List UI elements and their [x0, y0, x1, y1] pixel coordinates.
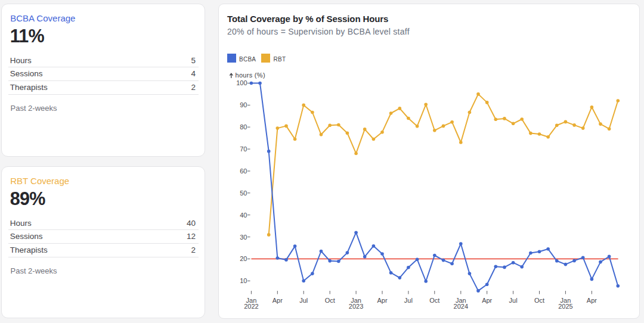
svg-text:Jul: Jul [299, 297, 308, 304]
svg-text:Apr: Apr [587, 297, 597, 304]
svg-text:Jul: Jul [404, 297, 413, 304]
svg-text:Apr: Apr [482, 297, 492, 304]
svg-text:Apr: Apr [273, 297, 283, 304]
svg-text:30: 30 [240, 234, 247, 241]
svg-text:Oct: Oct [325, 297, 335, 304]
svg-text:40: 40 [240, 212, 247, 219]
svg-text:60: 60 [240, 167, 247, 175]
svg-text:Jul: Jul [509, 297, 518, 304]
svg-text:2025: 2025 [558, 303, 572, 310]
svg-text:Oct: Oct [429, 297, 439, 304]
svg-text:Apr: Apr [377, 297, 387, 304]
svg-text:2022: 2022 [244, 303, 258, 310]
svg-text:20: 20 [240, 255, 247, 262]
svg-text:80: 80 [240, 123, 247, 131]
svg-text:90: 90 [240, 101, 247, 108]
svg-text:70: 70 [240, 145, 247, 153]
svg-text:10: 10 [240, 277, 247, 284]
svg-text:100: 100 [236, 79, 247, 86]
svg-text:hours (%): hours (%) [236, 72, 265, 79]
svg-text:50: 50 [240, 190, 247, 197]
svg-text:2023: 2023 [349, 303, 363, 310]
svg-text:Oct: Oct [534, 297, 544, 304]
svg-text:2024: 2024 [454, 303, 468, 310]
